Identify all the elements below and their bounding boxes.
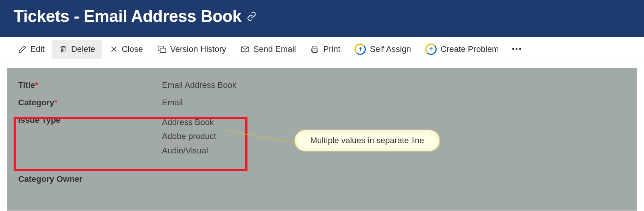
svg-rect-1: [160, 48, 166, 52]
page-title: Tickets - Email Address Book: [14, 7, 241, 26]
version-history-icon: [157, 45, 166, 53]
create-problem-button[interactable]: Create Problem: [418, 39, 506, 59]
toolbar-label: Send Email: [254, 44, 296, 54]
print-button[interactable]: Print: [303, 40, 347, 59]
form-row-category: Category* Email: [18, 94, 626, 111]
close-icon: [110, 45, 118, 53]
link-icon[interactable]: [247, 11, 257, 21]
close-button[interactable]: Close: [103, 40, 150, 59]
version-history-button[interactable]: Version History: [151, 40, 233, 59]
toolbar-label: Close: [122, 44, 143, 54]
toolbar-label: Version History: [170, 44, 226, 54]
field-value: Email: [162, 98, 183, 108]
toolbar-label: Create Problem: [440, 44, 499, 54]
more-actions-button[interactable]: ···: [506, 39, 527, 59]
content-area: Title* Email Address Book Category* Emai…: [0, 61, 644, 211]
toolbar-label: Edit: [30, 44, 45, 54]
self-assign-button[interactable]: Self Assign: [348, 39, 418, 59]
form-row-category-owner: Category Owner: [18, 170, 626, 188]
send-email-button[interactable]: Send Email: [234, 40, 303, 59]
issue-type-item: Adobe product: [162, 129, 216, 143]
print-icon: [310, 45, 319, 53]
annotation-text: Multiple values in separate line: [310, 136, 424, 145]
create-problem-icon: [425, 44, 437, 55]
annotation-callout: Multiple values in separate line: [294, 130, 440, 152]
field-label: Category*: [18, 98, 162, 108]
mail-icon: [241, 45, 250, 53]
self-assign-icon: [355, 44, 366, 55]
trash-icon: [59, 45, 67, 53]
field-value-multi: Address Book Adobe product Audio/Visual: [162, 115, 216, 158]
form-row-title: Title* Email Address Book: [18, 77, 626, 94]
field-label: Category Owner: [18, 174, 162, 184]
toolbar-label: Self Assign: [370, 44, 411, 54]
pencil-icon: [18, 45, 26, 53]
edit-button[interactable]: Edit: [11, 40, 51, 59]
field-value: Email Address Book: [162, 80, 236, 90]
toolbar: Edit Delete Close Version History: [0, 37, 644, 61]
issue-type-item: Audio/Visual: [162, 144, 216, 158]
page-header: Tickets - Email Address Book: [0, 0, 644, 37]
field-label: Issue Type: [18, 115, 162, 125]
delete-button[interactable]: Delete: [52, 40, 102, 59]
issue-type-item: Address Book: [162, 115, 216, 129]
form-panel: Title* Email Address Book Category* Emai…: [7, 68, 637, 211]
field-label: Title*: [18, 80, 162, 90]
toolbar-label: Delete: [71, 44, 95, 54]
toolbar-label: Print: [323, 44, 340, 54]
